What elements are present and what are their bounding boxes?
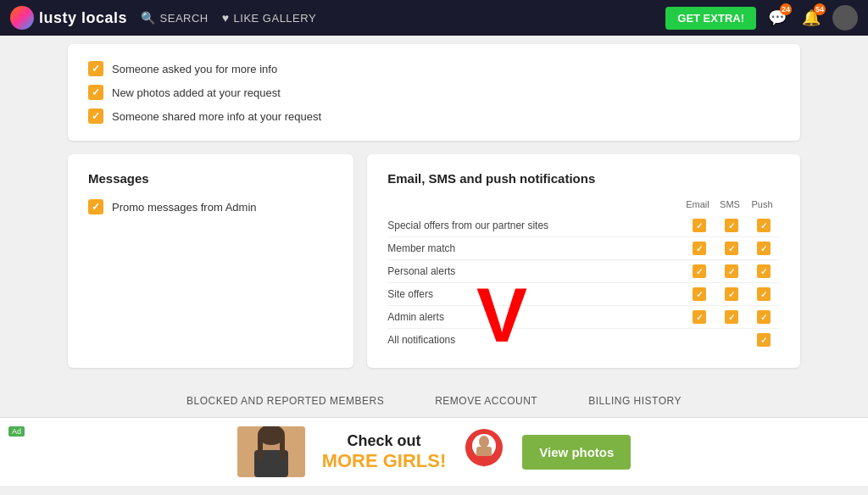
push-col-header: Push <box>746 199 778 209</box>
email-check-4[interactable] <box>693 310 706 324</box>
notification-row-1: Someone asked you for more info <box>88 61 780 76</box>
messages-icon-button[interactable]: 💬 24 <box>765 5 790 31</box>
svg-point-8 <box>479 436 489 448</box>
heart-icon: ♥ <box>222 11 230 25</box>
push-check-2[interactable] <box>757 264 771 278</box>
messages-title: Messages <box>88 171 333 186</box>
promo-messages-text: Promo messages from Admin <box>112 201 257 214</box>
notification-row-2: New photos added at your request <box>88 85 780 100</box>
row-checks-0 <box>683 219 780 232</box>
email-check-3[interactable] <box>693 287 706 301</box>
row-checks-3 <box>683 287 780 301</box>
sms-col-header: SMS <box>714 199 746 209</box>
table-row: Site offers <box>387 283 780 306</box>
table-row: Member match <box>387 237 780 260</box>
get-extra-button[interactable]: GET EXTRA! <box>665 7 756 30</box>
checkbox-2[interactable] <box>88 85 103 100</box>
row-checks-5 <box>683 333 780 347</box>
header: lusty locals 🔍 SEARCH ♥ LIKE GALLERY GET… <box>0 0 868 36</box>
promo-messages-row: Promo messages from Admin <box>88 199 333 214</box>
email-col-header: Email <box>682 199 714 209</box>
row-checks-1 <box>683 242 780 255</box>
logo[interactable]: lusty locals <box>10 6 127 30</box>
footer-links: BLOCKED AND REPORTED MEMBERS REMOVE ACCO… <box>68 381 800 417</box>
table-row: Special offers from our partner sites <box>387 214 780 237</box>
push-check-4[interactable] <box>757 310 771 324</box>
svg-rect-4 <box>258 435 263 460</box>
sms-check-1[interactable] <box>725 242 738 255</box>
sms-check-5[interactable] <box>725 333 738 347</box>
blocked-members-link[interactable]: BLOCKED AND REPORTED MEMBERS <box>186 395 384 407</box>
header-right: GET EXTRA! 💬 24 🔔 54 <box>665 5 858 31</box>
email-check-2[interactable] <box>693 264 706 278</box>
messages-card: Messages Promo messages from Admin <box>68 154 353 368</box>
row-label-4: Admin alerts <box>387 311 683 323</box>
svg-rect-5 <box>280 435 285 460</box>
notification-table: Email SMS Push Special offers from our p… <box>387 199 780 351</box>
email-check-0[interactable] <box>693 219 706 232</box>
ad-banner: Ad Check out MORE GIRLS! View photos <box>0 417 868 486</box>
logo-icon <box>10 6 34 30</box>
table-row: All notifications <box>387 329 780 351</box>
notification-text-1: Someone asked you for more info <box>112 63 277 75</box>
search-label: SEARCH <box>160 12 209 25</box>
search-nav[interactable]: 🔍 SEARCH <box>141 11 209 25</box>
email-sms-push-title: Email, SMS and push notifications <box>387 171 780 186</box>
promo-checkbox[interactable] <box>88 199 103 214</box>
main-content: Someone asked you for more info New phot… <box>0 36 868 417</box>
messages-badge: 24 <box>780 3 792 15</box>
row-checks-2 <box>683 264 780 278</box>
checkbox-3[interactable] <box>88 108 103 124</box>
search-icon: 🔍 <box>141 11 156 25</box>
table-row: Personal alerts <box>387 260 780 283</box>
ad-text-block: Check out MORE GIRLS! <box>322 432 447 472</box>
remove-account-link[interactable]: REMOVE ACCOUNT <box>435 395 537 407</box>
user-avatar[interactable] <box>832 5 858 31</box>
logo-text: lusty locals <box>39 9 127 27</box>
row-label-0: Special offers from our partner sites <box>387 220 683 231</box>
row-label-2: Personal alerts <box>387 265 683 277</box>
sms-check-3[interactable] <box>725 287 738 301</box>
row-label-1: Member match <box>387 242 683 254</box>
email-check-5[interactable] <box>693 333 706 347</box>
push-check-3[interactable] <box>757 287 771 301</box>
notification-text-3: Someone shared more info at your request <box>112 110 321 123</box>
billing-history-link[interactable]: BILLING HISTORY <box>588 395 682 407</box>
ad-girl-image <box>237 426 305 477</box>
view-photos-button[interactable]: View photos <box>522 435 631 470</box>
top-notifications-card: Someone asked you for more info New phot… <box>68 44 800 141</box>
ad-pin-image <box>463 426 505 477</box>
push-check-0[interactable] <box>757 219 771 232</box>
table-header: Email SMS Push <box>387 199 780 209</box>
row-label-3: Site offers <box>387 288 683 300</box>
push-check-5[interactable] <box>757 333 771 347</box>
two-col-section: Messages Promo messages from Admin Email… <box>68 154 800 368</box>
ad-more-girls-text: MORE GIRLS! <box>322 450 447 472</box>
ad-check-out-text: Check out <box>322 432 447 450</box>
ad-label: Ad <box>8 426 25 437</box>
sms-check-2[interactable] <box>725 264 738 278</box>
email-sms-push-card: Email, SMS and push notifications Email … <box>367 154 800 368</box>
checkbox-1[interactable] <box>88 61 103 76</box>
notifications-icon-button[interactable]: 🔔 54 <box>798 5 824 31</box>
like-gallery-nav[interactable]: ♥ LIKE GALLERY <box>222 11 316 25</box>
like-gallery-label: LIKE GALLERY <box>234 12 317 25</box>
sms-check-0[interactable] <box>725 219 738 232</box>
sms-check-4[interactable] <box>725 310 738 324</box>
notifications-badge: 54 <box>814 3 826 15</box>
table-row: Admin alerts <box>387 306 780 329</box>
notification-text-2: New photos added at your request <box>112 86 281 99</box>
row-checks-4 <box>683 310 780 324</box>
notification-row-3: Someone shared more info at your request <box>88 108 780 124</box>
email-check-1[interactable] <box>693 242 706 255</box>
svg-rect-9 <box>476 447 492 457</box>
row-label-5: All notifications <box>387 334 683 346</box>
push-check-1[interactable] <box>757 242 771 255</box>
